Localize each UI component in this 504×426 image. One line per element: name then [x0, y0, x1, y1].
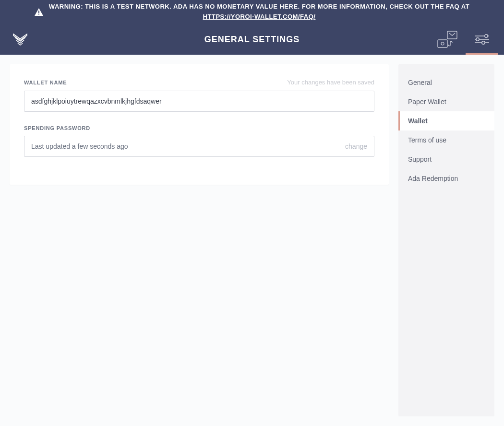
- spending-password-updated-text: Last updated a few seconds ago: [31, 142, 345, 150]
- test-network-warning-banner: WARNING: THIS IS A TEST NETWORK. ADA HAS…: [0, 0, 504, 24]
- spending-password-label: SPENDING PASSWORD: [24, 125, 90, 131]
- wallet-name-input-wrap[interactable]: [24, 91, 374, 112]
- wallet-name-label: WALLET NAME: [24, 80, 67, 85]
- nav-item-label: Wallet: [408, 117, 428, 125]
- wallet-name-field-group: WALLET NAME Your changes have been saved: [24, 79, 374, 112]
- svg-point-10: [482, 41, 485, 44]
- nav-item-ada-redemption[interactable]: Ada Redemption: [398, 169, 494, 188]
- wallets-icon[interactable]: [437, 30, 458, 49]
- svg-rect-0: [38, 11, 39, 13]
- app-header: GENERAL SETTINGS: [0, 24, 504, 55]
- wallet-settings-panel: WALLET NAME Your changes have been saved…: [10, 64, 389, 185]
- wallet-name-saved-status: Your changes have been saved: [287, 79, 374, 86]
- nav-item-general[interactable]: General: [398, 73, 494, 92]
- svg-rect-1: [38, 14, 39, 15]
- nav-item-paper-wallet[interactable]: Paper Wallet: [398, 92, 494, 111]
- warning-faq-link[interactable]: HTTPS://YOROI-WALLET.COM/FAQ/: [203, 12, 316, 22]
- nav-item-terms-of-use[interactable]: Terms of use: [398, 130, 494, 150]
- nav-item-label: Terms of use: [408, 136, 446, 144]
- spending-password-row: Last updated a few seconds ago change: [24, 136, 374, 157]
- nav-item-label: Support: [408, 155, 432, 163]
- svg-rect-3: [438, 40, 447, 47]
- nav-item-label: Ada Redemption: [408, 175, 458, 182]
- nav-item-label: General: [408, 79, 432, 86]
- settings-icon[interactable]: [471, 30, 492, 49]
- change-password-link[interactable]: change: [345, 142, 367, 150]
- nav-item-wallet[interactable]: Wallet: [398, 111, 494, 130]
- settings-sidebar: General Paper Wallet Wallet Terms of use…: [398, 64, 494, 416]
- header-actions: [437, 30, 492, 49]
- page-title: GENERAL SETTINGS: [204, 35, 300, 45]
- svg-rect-2: [447, 31, 457, 39]
- nav-item-label: Paper Wallet: [408, 98, 446, 106]
- svg-point-8: [476, 38, 479, 41]
- wallet-name-input[interactable]: [31, 97, 367, 105]
- warning-text: WARNING: THIS IS A TEST NETWORK. ADA HAS…: [49, 3, 469, 10]
- warning-triangle-icon: [35, 8, 43, 16]
- yoroi-logo-icon[interactable]: [12, 31, 29, 48]
- nav-item-support[interactable]: Support: [398, 150, 494, 169]
- svg-point-6: [485, 35, 488, 37]
- svg-point-4: [441, 42, 444, 45]
- main-content: WALLET NAME Your changes have been saved…: [0, 55, 504, 426]
- spending-password-field-group: SPENDING PASSWORD Last updated a few sec…: [24, 125, 374, 157]
